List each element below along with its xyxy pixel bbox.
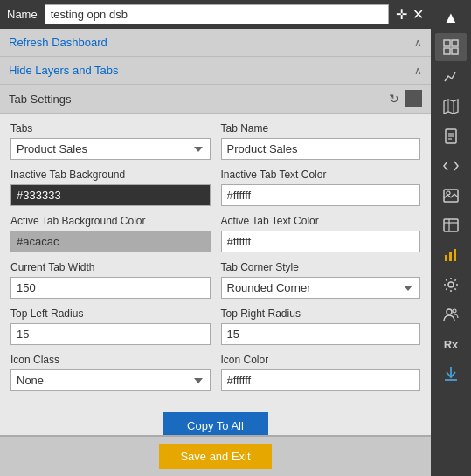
active-bg-text-row: Active Tab Background Color Active Tab T…: [10, 215, 420, 252]
top-right-radius-input[interactable]: [221, 323, 421, 345]
sidebar-download-icon[interactable]: [435, 360, 467, 388]
icon-color-group: Icon Color: [221, 354, 421, 391]
inactive-bg-input[interactable]: [10, 184, 211, 206]
save-and-exit-button[interactable]: Save and Exit: [159, 444, 271, 469]
tab-name-label: Tab Name: [221, 122, 421, 135]
icon-color-input[interactable]: [221, 369, 421, 391]
active-text-group: Active Tab Text Color: [221, 215, 421, 252]
sidebar-settings-icon[interactable]: [435, 271, 467, 299]
inactive-text-label: Inactive Tab Text Color: [221, 169, 421, 181]
icon-class-group: Icon Class None: [10, 354, 211, 391]
inactive-text-group: Inactive Tab Text Color: [221, 169, 421, 206]
sidebar-dashboard-icon[interactable]: [435, 33, 467, 61]
main-panel: Name ✛ ✕ Refresh Dashboard ∧ Hide Layers…: [0, 0, 431, 476]
tab-name-group: Tab Name: [221, 122, 421, 160]
active-bg-label: Active Tab Background Color: [10, 215, 211, 227]
content-area: Tabs Product Sales Tab Name Inactive Tab…: [0, 114, 431, 435]
sidebar-document-icon[interactable]: [435, 122, 467, 150]
inactive-bg-label: Inactive Tab Background: [10, 169, 211, 181]
tabs-tabname-row: Tabs Product Sales Tab Name: [10, 122, 420, 160]
svg-rect-1: [452, 40, 458, 46]
copy-btn-row: Copy To All: [10, 400, 420, 435]
svg-rect-17: [449, 252, 452, 261]
inactive-bg-group: Inactive Tab Background: [10, 169, 211, 206]
tab-width-label: Current Tab Width: [10, 261, 211, 273]
tab-settings-title: Tab Settings: [9, 93, 72, 106]
right-sidebar: ▲: [431, 0, 471, 476]
svg-point-12: [447, 191, 450, 195]
tab-name-input[interactable]: [221, 138, 421, 160]
svg-rect-16: [445, 255, 447, 261]
copy-to-all-button[interactable]: Copy To All: [163, 412, 268, 435]
name-input[interactable]: [45, 4, 389, 24]
tab-width-input[interactable]: [10, 277, 211, 299]
name-bar-icons: ✛ ✕: [396, 8, 424, 22]
sidebar-image-icon[interactable]: [435, 182, 467, 210]
hide-layers-chevron: ∧: [414, 65, 422, 77]
icon-color-label: Icon Color: [221, 354, 421, 366]
top-right-radius-group: Top Right Radius: [221, 307, 421, 345]
name-label: Name: [7, 8, 38, 21]
radius-row: Top Left Radius Top Right Radius: [10, 307, 420, 345]
tab-width-group: Current Tab Width: [10, 261, 211, 299]
tab-settings-header: Tab Settings ↻: [0, 85, 431, 114]
svg-marker-4: [444, 100, 458, 114]
sidebar-bar-chart-icon[interactable]: [435, 241, 467, 269]
sidebar-users-icon[interactable]: [435, 300, 467, 328]
icon-class-label: Icon Class: [10, 354, 211, 366]
tabs-label: Tabs: [10, 122, 211, 135]
tab-settings-refresh-icon[interactable]: ↻: [389, 92, 399, 106]
active-bg-input[interactable]: [10, 231, 211, 252]
sidebar-rx-icon[interactable]: Rx: [435, 330, 467, 358]
active-text-input[interactable]: [221, 231, 421, 252]
inactive-text-input[interactable]: [221, 184, 421, 206]
tab-settings-square-icon[interactable]: [405, 90, 422, 107]
svg-rect-13: [444, 219, 458, 231]
svg-point-20: [447, 309, 452, 314]
width-corner-row: Current Tab Width Tab Corner Style Round…: [10, 261, 420, 299]
svg-rect-18: [454, 249, 456, 261]
svg-point-19: [448, 282, 454, 287]
name-bar: Name ✛ ✕: [0, 0, 431, 29]
sidebar-chart-icon[interactable]: [435, 63, 467, 91]
sidebar-up-icon[interactable]: ▲: [435, 3, 467, 31]
active-bg-group: Active Tab Background Color: [10, 215, 211, 252]
svg-rect-2: [444, 48, 450, 54]
move-icon[interactable]: ✛: [396, 8, 407, 22]
inactive-bg-text-row: Inactive Tab Background Inactive Tab Tex…: [10, 169, 420, 206]
svg-rect-3: [452, 48, 458, 54]
refresh-dashboard-chevron: ∧: [414, 37, 422, 49]
tab-corner-select[interactable]: Rounded Corner Square Corner: [221, 277, 421, 299]
tabs-select[interactable]: Product Sales: [10, 138, 211, 160]
icon-class-select[interactable]: None: [10, 369, 211, 391]
hide-layers-label: Hide Layers and Tabs: [9, 64, 119, 77]
top-left-radius-input[interactable]: [10, 323, 211, 345]
top-left-radius-group: Top Left Radius: [10, 307, 211, 345]
sidebar-map-icon[interactable]: [435, 93, 467, 121]
icon-row: Icon Class None Icon Color: [10, 354, 420, 391]
tab-corner-group: Tab Corner Style Rounded Corner Square C…: [221, 261, 421, 299]
active-text-label: Active Tab Text Color: [221, 215, 421, 227]
bottom-bar: Save and Exit: [0, 435, 431, 476]
svg-point-21: [453, 309, 456, 313]
tab-settings-icons: ↻: [389, 90, 422, 107]
top-right-radius-label: Top Right Radius: [221, 307, 421, 320]
sidebar-table-icon[interactable]: [435, 211, 467, 239]
tabs-group: Tabs Product Sales: [10, 122, 211, 160]
top-left-radius-label: Top Left Radius: [10, 307, 211, 320]
sidebar-code-icon[interactable]: [435, 152, 467, 180]
refresh-dashboard-label: Refresh Dashboard: [9, 36, 107, 49]
svg-rect-0: [444, 40, 450, 46]
hide-layers-section[interactable]: Hide Layers and Tabs ∧: [0, 57, 431, 85]
close-icon[interactable]: ✕: [412, 8, 424, 22]
refresh-dashboard-section[interactable]: Refresh Dashboard ∧: [0, 29, 431, 57]
tab-corner-label: Tab Corner Style: [221, 261, 421, 273]
